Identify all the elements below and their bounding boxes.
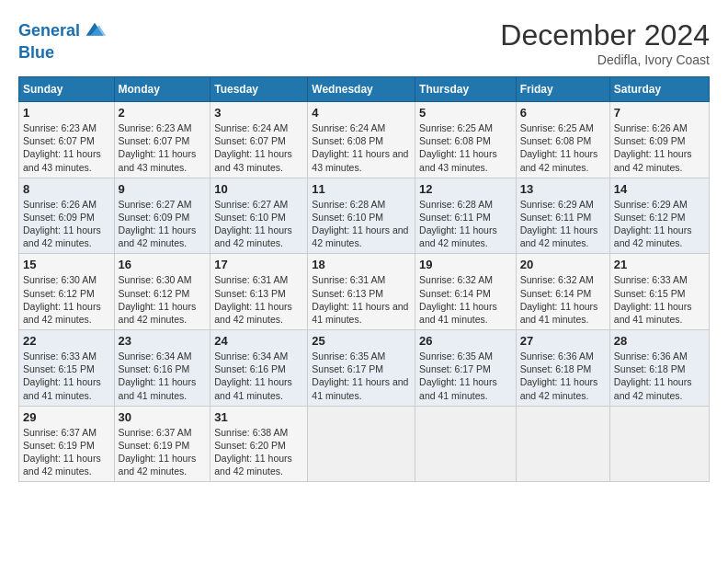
calendar-week-row: 1Sunrise: 6:23 AMSunset: 6:07 PMDaylight… bbox=[19, 102, 710, 178]
day-info: Sunrise: 6:24 AMSunset: 6:07 PMDaylight:… bbox=[214, 121, 303, 174]
table-row: 19Sunrise: 6:32 AMSunset: 6:14 PMDayligh… bbox=[415, 254, 517, 330]
day-info: Sunrise: 6:23 AMSunset: 6:07 PMDaylight:… bbox=[119, 121, 207, 174]
day-info: Sunrise: 6:26 AMSunset: 6:09 PMDaylight:… bbox=[614, 121, 705, 174]
table-row: 20Sunrise: 6:32 AMSunset: 6:14 PMDayligh… bbox=[516, 254, 609, 330]
day-info: Sunrise: 6:32 AMSunset: 6:14 PMDaylight:… bbox=[419, 273, 512, 326]
calendar-week-row: 8Sunrise: 6:26 AMSunset: 6:09 PMDaylight… bbox=[19, 178, 710, 254]
table-row: 6Sunrise: 6:25 AMSunset: 6:08 PMDaylight… bbox=[516, 102, 609, 178]
day-info: Sunrise: 6:34 AMSunset: 6:16 PMDaylight:… bbox=[119, 350, 207, 402]
day-number: 23 bbox=[119, 334, 207, 348]
col-monday: Monday bbox=[114, 77, 210, 102]
table-row: 16Sunrise: 6:30 AMSunset: 6:12 PMDayligh… bbox=[114, 254, 210, 330]
day-info: Sunrise: 6:36 AMSunset: 6:18 PMDaylight:… bbox=[614, 350, 705, 402]
table-row: 4Sunrise: 6:24 AMSunset: 6:08 PMDaylight… bbox=[308, 102, 415, 178]
table-row: 2Sunrise: 6:23 AMSunset: 6:07 PMDaylight… bbox=[114, 102, 210, 178]
day-number: 7 bbox=[614, 106, 705, 120]
table-row: 18Sunrise: 6:31 AMSunset: 6:13 PMDayligh… bbox=[308, 254, 415, 330]
table-row: 3Sunrise: 6:24 AMSunset: 6:07 PMDaylight… bbox=[210, 102, 308, 178]
day-number: 20 bbox=[520, 258, 606, 271]
table-row: 25Sunrise: 6:35 AMSunset: 6:17 PMDayligh… bbox=[308, 330, 415, 407]
day-number: 31 bbox=[214, 410, 303, 424]
day-number: 15 bbox=[23, 258, 110, 271]
day-info: Sunrise: 6:24 AMSunset: 6:08 PMDaylight:… bbox=[312, 121, 411, 174]
day-info: Sunrise: 6:27 AMSunset: 6:09 PMDaylight:… bbox=[119, 198, 207, 250]
day-info: Sunrise: 6:29 AMSunset: 6:12 PMDaylight:… bbox=[614, 198, 705, 250]
col-tuesday: Tuesday bbox=[210, 77, 308, 102]
day-info: Sunrise: 6:25 AMSunset: 6:08 PMDaylight:… bbox=[419, 121, 512, 174]
calendar-header-row: Sunday Monday Tuesday Wednesday Thursday… bbox=[19, 77, 710, 102]
day-info: Sunrise: 6:23 AMSunset: 6:07 PMDaylight:… bbox=[23, 121, 110, 174]
day-number: 21 bbox=[614, 258, 705, 271]
day-info: Sunrise: 6:31 AMSunset: 6:13 PMDaylight:… bbox=[312, 273, 411, 326]
day-number: 27 bbox=[520, 334, 606, 348]
day-info: Sunrise: 6:37 AMSunset: 6:19 PMDaylight:… bbox=[119, 426, 207, 478]
day-info: Sunrise: 6:28 AMSunset: 6:10 PMDaylight:… bbox=[312, 198, 411, 250]
table-row: 27Sunrise: 6:36 AMSunset: 6:18 PMDayligh… bbox=[516, 330, 609, 407]
calendar-week-row: 15Sunrise: 6:30 AMSunset: 6:12 PMDayligh… bbox=[19, 254, 710, 330]
day-number: 28 bbox=[614, 334, 705, 348]
col-thursday: Thursday bbox=[415, 77, 517, 102]
day-number: 22 bbox=[23, 334, 110, 348]
day-number: 16 bbox=[119, 258, 207, 271]
table-row: 8Sunrise: 6:26 AMSunset: 6:09 PMDaylight… bbox=[19, 178, 115, 254]
table-row: 26Sunrise: 6:35 AMSunset: 6:17 PMDayligh… bbox=[415, 330, 517, 407]
day-info: Sunrise: 6:27 AMSunset: 6:10 PMDaylight:… bbox=[214, 198, 303, 250]
table-row: 30Sunrise: 6:37 AMSunset: 6:19 PMDayligh… bbox=[114, 406, 210, 482]
table-row bbox=[415, 406, 517, 482]
day-number: 6 bbox=[520, 106, 606, 120]
table-row: 22Sunrise: 6:33 AMSunset: 6:15 PMDayligh… bbox=[19, 330, 115, 407]
table-row: 28Sunrise: 6:36 AMSunset: 6:18 PMDayligh… bbox=[609, 330, 709, 407]
title-area: December 2024 Dedifla, Ivory Coast bbox=[500, 18, 710, 67]
day-number: 2 bbox=[119, 106, 207, 120]
day-number: 29 bbox=[23, 410, 110, 424]
day-info: Sunrise: 6:38 AMSunset: 6:20 PMDaylight:… bbox=[214, 426, 303, 478]
day-info: Sunrise: 6:30 AMSunset: 6:12 PMDaylight:… bbox=[23, 273, 110, 326]
table-row: 13Sunrise: 6:29 AMSunset: 6:11 PMDayligh… bbox=[516, 178, 609, 254]
col-wednesday: Wednesday bbox=[308, 77, 415, 102]
table-row: 5Sunrise: 6:25 AMSunset: 6:08 PMDaylight… bbox=[415, 102, 517, 178]
day-info: Sunrise: 6:32 AMSunset: 6:14 PMDaylight:… bbox=[520, 273, 606, 326]
table-row: 7Sunrise: 6:26 AMSunset: 6:09 PMDaylight… bbox=[609, 102, 709, 178]
day-info: Sunrise: 6:31 AMSunset: 6:13 PMDaylight:… bbox=[214, 273, 303, 326]
day-info: Sunrise: 6:35 AMSunset: 6:17 PMDaylight:… bbox=[312, 350, 411, 402]
day-number: 8 bbox=[23, 182, 110, 196]
table-row: 15Sunrise: 6:30 AMSunset: 6:12 PMDayligh… bbox=[19, 254, 115, 330]
day-number: 9 bbox=[119, 182, 207, 196]
table-row: 14Sunrise: 6:29 AMSunset: 6:12 PMDayligh… bbox=[609, 178, 709, 254]
col-saturday: Saturday bbox=[609, 77, 709, 102]
day-info: Sunrise: 6:33 AMSunset: 6:15 PMDaylight:… bbox=[23, 350, 110, 402]
day-number: 5 bbox=[419, 106, 512, 120]
day-number: 24 bbox=[214, 334, 303, 348]
logo-text: General bbox=[18, 18, 108, 44]
table-row bbox=[609, 406, 709, 482]
day-info: Sunrise: 6:25 AMSunset: 6:08 PMDaylight:… bbox=[520, 121, 606, 174]
table-row: 24Sunrise: 6:34 AMSunset: 6:16 PMDayligh… bbox=[210, 330, 308, 407]
day-info: Sunrise: 6:30 AMSunset: 6:12 PMDaylight:… bbox=[119, 273, 207, 326]
logo: General Blue bbox=[18, 18, 108, 63]
day-info: Sunrise: 6:28 AMSunset: 6:11 PMDaylight:… bbox=[419, 198, 512, 250]
day-number: 11 bbox=[312, 182, 411, 196]
day-number: 18 bbox=[312, 258, 411, 271]
day-info: Sunrise: 6:37 AMSunset: 6:19 PMDaylight:… bbox=[23, 426, 110, 478]
day-info: Sunrise: 6:33 AMSunset: 6:15 PMDaylight:… bbox=[614, 273, 705, 326]
day-info: Sunrise: 6:26 AMSunset: 6:09 PMDaylight:… bbox=[23, 198, 110, 250]
table-row: 17Sunrise: 6:31 AMSunset: 6:13 PMDayligh… bbox=[210, 254, 308, 330]
col-friday: Friday bbox=[516, 77, 609, 102]
table-row: 12Sunrise: 6:28 AMSunset: 6:11 PMDayligh… bbox=[415, 178, 517, 254]
location-subtitle: Dedifla, Ivory Coast bbox=[500, 52, 710, 67]
table-row: 23Sunrise: 6:34 AMSunset: 6:16 PMDayligh… bbox=[114, 330, 210, 407]
day-number: 17 bbox=[214, 258, 303, 271]
page-header: General Blue December 2024 Dedifla, Ivor… bbox=[18, 18, 710, 67]
logo-blue: Blue bbox=[18, 44, 108, 63]
day-number: 4 bbox=[312, 106, 411, 120]
calendar-week-row: 22Sunrise: 6:33 AMSunset: 6:15 PMDayligh… bbox=[19, 330, 710, 407]
day-number: 3 bbox=[214, 106, 303, 120]
month-title: December 2024 bbox=[500, 18, 710, 52]
table-row: 29Sunrise: 6:37 AMSunset: 6:19 PMDayligh… bbox=[19, 406, 115, 482]
day-number: 26 bbox=[419, 334, 512, 348]
day-info: Sunrise: 6:29 AMSunset: 6:11 PMDaylight:… bbox=[520, 198, 606, 250]
day-number: 19 bbox=[419, 258, 512, 271]
day-number: 10 bbox=[214, 182, 303, 196]
calendar-table: Sunday Monday Tuesday Wednesday Thursday… bbox=[18, 76, 710, 482]
table-row bbox=[308, 406, 415, 482]
